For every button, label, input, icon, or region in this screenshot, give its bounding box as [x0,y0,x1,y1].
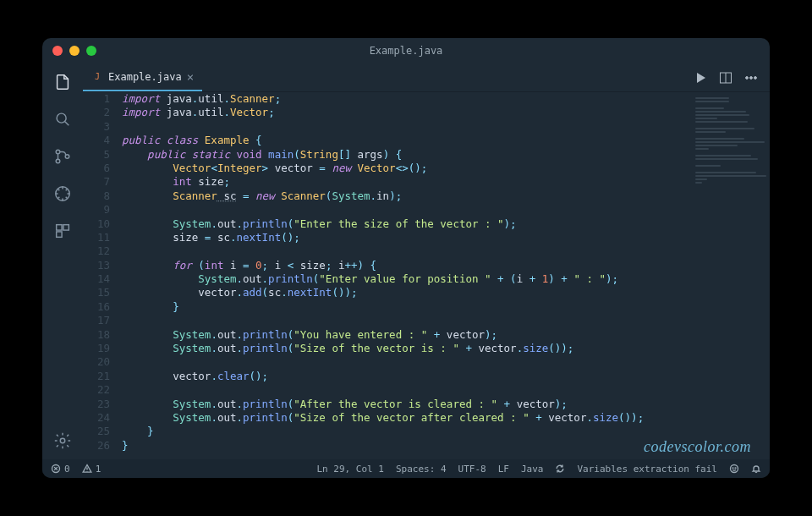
svg-point-2 [56,159,60,163]
status-bar: 0 1 Ln 29, Col 1 Spaces: 4 UTF-8 LF Java… [42,459,770,478]
tab-filename: Example.java [108,71,182,83]
search-icon[interactable] [52,109,73,129]
svg-point-11 [750,76,753,79]
svg-point-0 [57,113,66,123]
svg-rect-7 [57,232,62,237]
svg-point-10 [746,76,749,79]
main-area: J Example.java × 12345678 [42,63,770,459]
status-language[interactable]: Java [521,464,544,475]
extensions-icon[interactable] [52,221,73,241]
status-warnings[interactable]: 1 [82,464,102,475]
status-feedback-icon[interactable] [729,464,739,474]
more-actions-icon[interactable] [744,71,758,85]
minimize-window-icon[interactable] [69,46,80,56]
svg-point-14 [731,465,738,473]
java-file-icon: J [91,71,103,83]
maximize-window-icon[interactable] [86,46,96,56]
status-sync-icon[interactable] [555,464,565,474]
code-content[interactable]: import java.util.Scanner;import java.uti… [118,92,770,459]
svg-rect-6 [63,225,69,230]
settings-gear-icon[interactable] [52,431,73,451]
line-gutter: 1234567891011121314151617181920212223242… [83,92,118,459]
svg-point-3 [65,155,69,159]
window-title: Example.java [42,45,770,57]
file-tab[interactable]: J Example.java × [83,63,202,91]
activity-bar [42,63,83,459]
status-eol[interactable]: LF [498,464,509,475]
editor-actions [694,63,770,91]
run-icon[interactable] [694,71,707,85]
close-window-icon[interactable] [52,46,63,56]
editor-window: Example.java [42,38,770,478]
explorer-icon[interactable] [52,72,73,92]
status-errors[interactable]: 0 [51,464,70,475]
svg-point-8 [60,438,65,443]
status-cursor[interactable]: Ln 29, Col 1 [316,464,383,475]
svg-rect-5 [57,225,62,230]
editor-column: J Example.java × 12345678 [83,63,770,459]
debug-icon[interactable] [52,184,73,204]
svg-point-1 [56,150,60,154]
status-indent[interactable]: Spaces: 4 [396,464,447,475]
split-editor-icon[interactable] [719,71,732,85]
tab-bar: J Example.java × [83,63,770,92]
svg-point-16 [735,468,736,469]
source-control-icon[interactable] [52,146,73,167]
svg-point-12 [754,76,757,79]
status-message[interactable]: Variables extraction fail [577,464,717,475]
titlebar: Example.java [42,38,770,63]
svg-point-15 [732,468,733,469]
window-controls [52,46,96,56]
status-bell-icon[interactable] [751,464,761,474]
status-encoding[interactable]: UTF-8 [458,464,486,475]
code-editor[interactable]: 1234567891011121314151617181920212223242… [83,92,770,459]
close-tab-icon[interactable]: × [187,71,194,83]
